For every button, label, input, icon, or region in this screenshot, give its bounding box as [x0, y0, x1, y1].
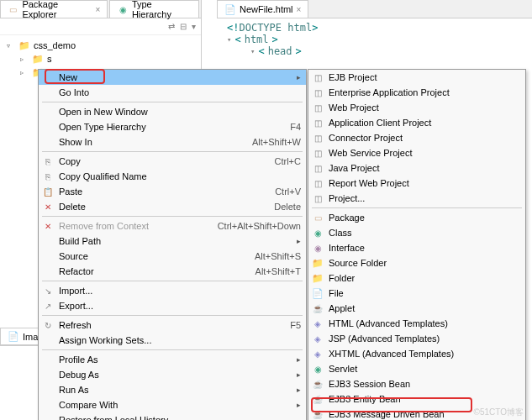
menu-item-label: EJB3 Entity Bean — [329, 394, 401, 404]
context-menu-item-source[interactable]: SourceAlt+Shift+S — [39, 249, 306, 264]
box-icon — [312, 117, 324, 129]
submenu-arrow-icon: ▸ — [297, 386, 301, 394]
tree-label: css_demo — [34, 40, 76, 50]
context-menu-item-open-type-hierarchy[interactable]: Open Type HierarchyF4 — [39, 119, 306, 134]
paste-icon — [42, 186, 54, 197]
menu-item-label: Paste — [59, 186, 82, 197]
menu-item-label: Copy Qualified Name — [59, 171, 147, 181]
new-submenu-item-web-service-project[interactable]: Web Service Project — [308, 145, 525, 160]
xml-icon — [312, 348, 324, 360]
collapse-icon[interactable]: ⊟ — [180, 22, 187, 31]
refresh-icon — [42, 319, 54, 331]
new-submenu-item-ejb-project[interactable]: EJB Project — [308, 70, 525, 85]
context-menu-item-profile-as[interactable]: Profile As▸ — [39, 352, 306, 367]
code-line: DOCTYPE — [239, 22, 282, 34]
context-menu-item-show-in[interactable]: Show InAlt+Shift+W — [39, 134, 306, 150]
menu-item-label: File — [329, 288, 344, 298]
box-icon — [312, 87, 324, 98]
new-submenu-item-java-project[interactable]: Java Project — [308, 160, 525, 176]
folder-icon — [312, 257, 324, 269]
shortcut-label: Alt+Shift+W — [252, 137, 301, 147]
export-icon — [42, 300, 54, 312]
new-submenu-item-html-advanced-templates[interactable]: HTML (Advanced Templates) — [308, 316, 525, 331]
context-menu-item-delete[interactable]: DeleteDelete — [39, 199, 306, 214]
context-menu-item-compare-with[interactable]: Compare With▸ — [39, 397, 306, 412]
box-icon — [312, 177, 324, 189]
context-menu-item-go-into[interactable]: Go Into — [39, 85, 306, 100]
context-menu-item-export[interactable]: Export... — [39, 298, 306, 313]
context-menu-item-build-path[interactable]: Build Path▸ — [39, 234, 306, 249]
hierarchy-icon — [117, 3, 128, 15]
menu-item-label: Profile As — [59, 354, 97, 365]
new-submenu-item-package[interactable]: Package — [308, 210, 525, 225]
link-editor-icon[interactable]: ⇄ — [168, 22, 175, 31]
menu-item-label: Enterprise Application Project — [329, 87, 450, 97]
context-menu-item-debug-as[interactable]: Debug As▸ — [39, 367, 306, 382]
new-submenu-item-application-client-project[interactable]: Application Client Project — [308, 115, 525, 130]
context-menu-item-refactor[interactable]: RefactorAlt+Shift+T — [39, 264, 306, 279]
context-menu-item-assign-working-sets[interactable]: Assign Working Sets... — [39, 333, 306, 348]
new-submenu-item-report-web-project[interactable]: Report Web Project — [308, 176, 525, 191]
menu-item-label: Export... — [59, 301, 93, 311]
context-menu-item-refresh[interactable]: RefreshF5 — [39, 318, 306, 333]
expand-icon[interactable]: ▹ — [20, 69, 29, 76]
new-submenu-item-jsp-advanced-templates[interactable]: JSP (Advanced Templates) — [308, 331, 525, 346]
context-menu-item-paste[interactable]: PasteCtrl+V — [39, 184, 306, 199]
applet-icon — [312, 302, 324, 314]
class-icon — [312, 227, 324, 239]
close-icon[interactable]: × — [297, 5, 302, 14]
menu-item-label: EJB3 Session Bean — [329, 379, 410, 389]
import-icon — [42, 285, 54, 297]
context-menu-item-copy-qualified-name[interactable]: Copy Qualified Name — [39, 169, 306, 184]
new-submenu-item-interface[interactable]: Interface — [308, 240, 525, 255]
box-icon — [312, 71, 324, 83]
new-submenu-item-xhtml-advanced-templates[interactable]: XHTML (Advanced Templates) — [308, 346, 525, 361]
code-editor[interactable]: <!DOCTYPE html> ▾<html> ▾<head> — [217, 18, 532, 60]
submenu-arrow-icon: ▸ — [297, 237, 301, 245]
context-menu-item-import[interactable]: Import... — [39, 283, 306, 298]
new-submenu-item-connector-project[interactable]: Connector Project — [308, 130, 525, 145]
watermark: ©51CTO博客 — [474, 407, 524, 418]
box-icon — [312, 147, 324, 159]
submenu-arrow-icon: ▸ — [297, 401, 301, 409]
delete-icon — [42, 220, 54, 232]
menu-item-label: EJB Project — [329, 72, 377, 82]
new-submenu-item-class[interactable]: Class — [308, 225, 525, 240]
new-submenu-item-ejb3-session-bean[interactable]: EJB3 Session Bean — [308, 376, 525, 391]
menu-item-label: Copy — [59, 156, 81, 166]
context-menu-item-open-in-new-window[interactable]: Open in New Window — [39, 104, 306, 119]
new-submenu-item-servlet[interactable]: Servlet — [308, 361, 525, 376]
tab-type-hierarchy[interactable]: Type Hierarchy — [109, 0, 199, 18]
tree-root[interactable]: ▿ css_demo — [7, 39, 194, 52]
expand-icon[interactable]: ▿ — [7, 42, 15, 50]
close-icon[interactable]: × — [96, 5, 101, 14]
expand-icon[interactable]: ▹ — [20, 55, 29, 63]
bean-icon — [312, 393, 324, 405]
box-icon — [312, 132, 324, 144]
submenu-arrow-icon: ▸ — [297, 355, 301, 364]
shortcut-label: F4 — [290, 122, 301, 132]
tab-newfile[interactable]: NewFile.html × — [217, 0, 308, 18]
new-submenu: EJB ProjectEnterprise Application Projec… — [308, 69, 526, 420]
new-submenu-item-applet[interactable]: Applet — [308, 301, 525, 316]
menu-separator — [42, 281, 303, 281]
context-menu-item-new[interactable]: New▸ — [39, 70, 306, 85]
new-submenu-item-project[interactable]: Project... — [308, 191, 525, 206]
new-submenu-item-enterprise-application-project[interactable]: Enterprise Application Project — [308, 85, 525, 100]
new-submenu-item-web-project[interactable]: Web Project — [308, 100, 525, 115]
tree-item[interactable]: ▹ s — [20, 52, 194, 66]
bean-icon — [312, 408, 324, 420]
new-submenu-item-ejb3-entity-bean[interactable]: EJB3 Entity Bean — [308, 391, 525, 407]
context-menu-item-restore-from-local-history[interactable]: Restore from Local History... — [39, 412, 306, 420]
new-submenu-item-file[interactable]: File — [308, 286, 525, 301]
menu-item-label: Run As — [59, 385, 88, 395]
context-menu-item-run-as[interactable]: Run As▸ — [39, 382, 306, 397]
new-submenu-item-source-folder[interactable]: Source Folder — [308, 255, 525, 270]
view-menu-icon[interactable]: ▾ — [192, 22, 196, 31]
box-icon — [312, 162, 324, 174]
tab-package-explorer[interactable]: Package Explorer × — [0, 0, 108, 18]
context-menu: New▸Go IntoOpen in New WindowOpen Type H… — [38, 69, 307, 420]
left-tabs: Package Explorer × Type Hierarchy — [0, 0, 201, 18]
context-menu-item-copy[interactable]: CopyCtrl+C — [39, 154, 306, 169]
new-submenu-item-folder[interactable]: Folder — [308, 270, 525, 286]
